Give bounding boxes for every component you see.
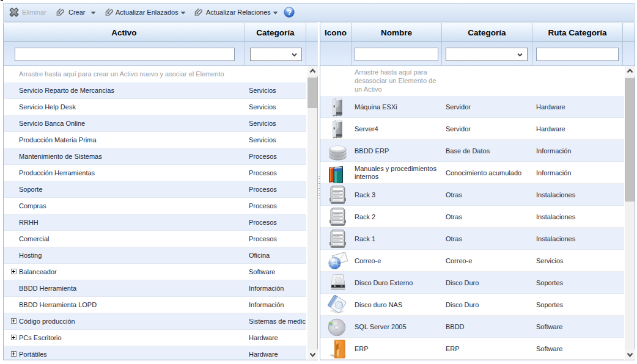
svg-text:?: ?	[287, 8, 292, 17]
